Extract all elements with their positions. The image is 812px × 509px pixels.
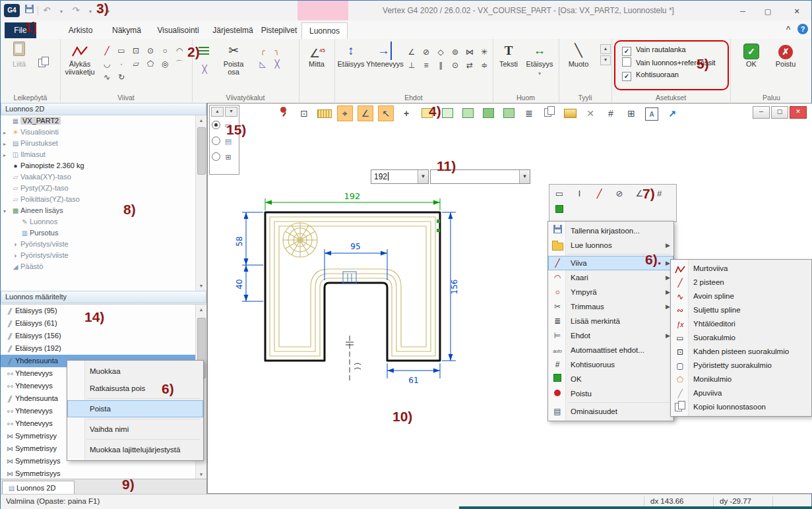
dimension-61[interactable]: 61 [387, 363, 440, 385]
pick-point-icon[interactable] [398, 105, 414, 121]
tree-item[interactable]: Vaaka(XY)-taso [1, 171, 206, 183]
submenu-item-rounded-rectangle[interactable]: Pyöristetty suorakulmio [671, 359, 811, 373]
fillet2-icon[interactable] [270, 45, 284, 57]
tab-visualisointi[interactable]: Visualisointi [151, 23, 205, 38]
coincidence-constraint-button[interactable]: Yhtenevyys [366, 42, 403, 68]
shape-style-button[interactable]: Muoto [563, 42, 594, 68]
menu-item-circle[interactable]: Ympyrä▶ [548, 285, 673, 299]
tree-item[interactable]: VX_PART2 [1, 115, 206, 127]
menu-item-ok[interactable]: OK [548, 372, 673, 386]
dimension-58[interactable]: 58 [235, 212, 263, 265]
menu-item-exclude-from-solve[interactable]: Ratkaisusta pois [67, 380, 203, 397]
radio-icon[interactable] [212, 136, 220, 145]
dimension-annotation-button[interactable]: Etäisyys [523, 42, 556, 77]
scroll-down-icon[interactable]: ▼ [196, 281, 206, 291]
arc-down-icon[interactable] [100, 58, 113, 70]
tree-item[interactable]: Visualisointi [1, 127, 206, 138]
rectangle-icon[interactable] [115, 45, 128, 57]
menu-item-rename[interactable]: Vaihda nimi [67, 421, 203, 438]
drawing-canvas[interactable]: 192 95 58 40 [207, 103, 812, 494]
menu-item-delete[interactable]: Poista [67, 400, 203, 417]
grid-add-icon[interactable] [623, 105, 639, 121]
coincident-constraint-icon[interactable] [449, 59, 462, 71]
symmetry-constraint-icon[interactable] [463, 46, 476, 58]
measure-button[interactable]: ∠45 Mitta [301, 42, 332, 68]
angle-constraint-icon[interactable] [405, 46, 418, 58]
view-solid-icon[interactable] [480, 105, 496, 121]
copy-icon[interactable] [38, 56, 49, 70]
no-entry-icon[interactable] [611, 187, 627, 201]
submenu-item-open-spline[interactable]: Avoin spline [671, 289, 811, 303]
panel-down-icon[interactable]: ▼ [225, 107, 237, 117]
line-icon[interactable] [100, 45, 113, 57]
tree-item[interactable]: Pyöristys/viiste [1, 239, 206, 250]
line-tool-icon[interactable] [592, 187, 608, 201]
tab-pistepilvet[interactable]: Pistepilvet [259, 23, 299, 38]
tree-item[interactable]: Pyöristys/viiste [1, 250, 206, 261]
snap-target-icon[interactable] [337, 105, 353, 121]
ibeam-tool-icon[interactable] [571, 187, 587, 201]
maximize-button[interactable] [757, 5, 779, 18]
rectangle-tool-icon[interactable] [551, 187, 567, 201]
tree-scrollbar[interactable]: ▲ ▼ [195, 115, 206, 291]
copy-icon[interactable] [542, 105, 557, 121]
scroll-up-icon[interactable]: ▲ [196, 115, 206, 125]
dimension-dropdown-icon[interactable] [538, 68, 541, 77]
list-item[interactable]: Etäisyys (156) [1, 330, 206, 342]
menu-item-read-sketch[interactable]: Lue luonnos▶ [548, 238, 673, 253]
polygon-icon[interactable] [144, 58, 157, 70]
undo-icon[interactable] [41, 5, 53, 16]
redo-icon[interactable] [70, 5, 82, 16]
dimension-192[interactable]: 192 [265, 191, 440, 210]
expander-icon[interactable] [3, 127, 11, 138]
dimension-156[interactable]: 156 [442, 212, 459, 361]
radio-option-grid[interactable] [210, 148, 239, 164]
dimension-value-combo[interactable]: 192 ▼ [371, 169, 429, 184]
app-logo[interactable]: G4 [4, 4, 20, 17]
tangent-constraint-icon[interactable] [420, 46, 433, 58]
midpoint-constraint-icon[interactable] [434, 46, 447, 58]
scroll-down-icon[interactable]: ▼ [196, 469, 206, 479]
chamfer-icon[interactable] [256, 58, 269, 70]
scroll-up-icon[interactable]: ▲ [196, 305, 206, 314]
offset-lines-icon[interactable] [199, 45, 209, 57]
tree-item[interactable]: Luonnos [1, 216, 206, 227]
tree-item[interactable]: Pysty(XZ)-taso [1, 183, 206, 194]
checkbox-kohtisuoraan[interactable]: Kohtisuoraan [622, 70, 679, 79]
fit-view-icon[interactable] [296, 105, 312, 121]
concentric-icon[interactable] [158, 58, 172, 70]
spinner-down-icon[interactable]: ▼ [600, 55, 611, 65]
tab-jarjestelma[interactable]: Järjestelmä [210, 23, 255, 38]
submenu-item-equation-editor[interactable]: Yhtälöeditori [671, 317, 811, 331]
scroll-thumb[interactable] [197, 127, 206, 175]
help-icon[interactable]: ? [797, 24, 808, 34]
expander-icon[interactable] [3, 150, 11, 161]
tree-item[interactable]: Päästö [1, 261, 206, 272]
parallelogram-icon[interactable] [129, 58, 142, 70]
menu-item-exit[interactable]: Poistu [548, 386, 673, 401]
redo-dropdown-icon[interactable] [84, 5, 96, 16]
submenu-item-polygon[interactable]: Monikulmio [671, 373, 811, 386]
list-item[interactable]: Etäisyys (192) [1, 342, 206, 355]
dimension-40[interactable]: 40 [235, 265, 263, 301]
mirror-icon[interactable] [198, 63, 211, 75]
pattern-constraint-icon[interactable] [478, 46, 491, 58]
remove-segment-button[interactable]: Poista osa [218, 42, 249, 76]
menu-item-add-annotation[interactable]: Lisää merkintä [548, 314, 673, 328]
paste-button[interactable]: Liitä [5, 42, 34, 68]
horizontal-constraint-icon[interactable] [420, 59, 433, 71]
submenu-item-aux-line[interactable]: Apuviiva [671, 386, 811, 400]
expander-icon[interactable] [3, 206, 11, 217]
grid-icon[interactable] [603, 105, 619, 121]
tree-item[interactable]: Pursotus [1, 227, 206, 239]
child-minimize-icon[interactable]: ─ [753, 106, 770, 119]
spinner-up-icon[interactable]: ▲ [600, 44, 611, 54]
tree-item[interactable]: Aineen lisäys [1, 205, 206, 216]
fillet-icon[interactable] [256, 45, 269, 57]
checkbox-unchecked-icon[interactable] [622, 57, 631, 67]
tree-item[interactable]: Piirustukset [1, 138, 206, 149]
submenu-item-polyline[interactable]: Murtoviiva [671, 262, 811, 276]
arc-icon[interactable] [173, 45, 186, 57]
spline-icon[interactable] [100, 71, 113, 83]
smart-polyline-button[interactable]: Älykäs viivaketju [61, 42, 98, 76]
